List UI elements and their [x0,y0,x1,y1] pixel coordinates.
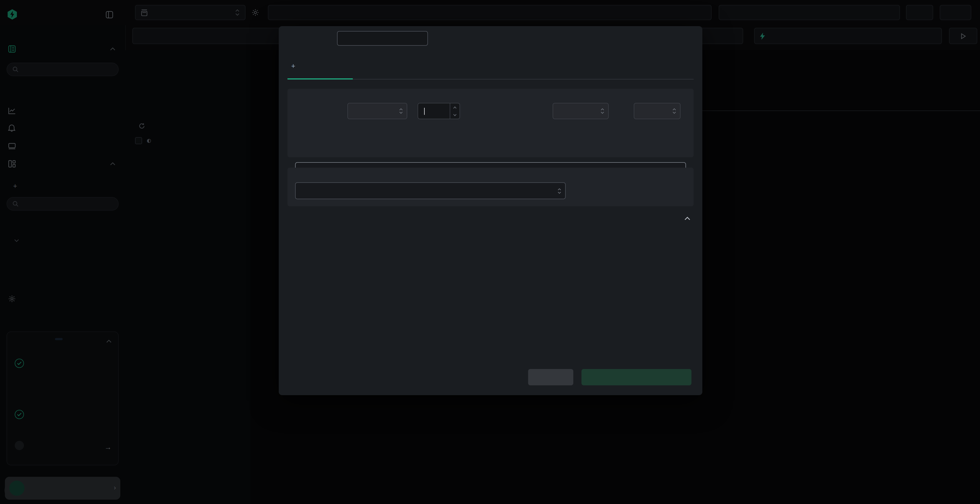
threshold-value-input[interactable] [418,103,460,119]
chevron-up-icon[interactable] [453,106,457,108]
collapse-chevron-icon[interactable] [684,216,690,221]
hyperdx-app: + [0,0,980,504]
webhook-select[interactable] [295,182,566,199]
trigger-panel [288,89,694,157]
save-search-with-alert-button[interactable] [581,369,692,385]
active-tab-indicator [288,78,353,79]
send-to-panel [288,168,694,206]
create-alert-modal: + [279,26,702,395]
chevron-updown-icon [399,108,403,114]
chevron-updown-icon [672,108,676,114]
cancel-button[interactable] [528,369,573,385]
tab-new-alert[interactable]: + [291,62,298,70]
chevron-updown-icon [557,188,561,194]
channel-select[interactable] [634,103,681,119]
condition-select[interactable] [347,103,407,119]
number-spinner[interactable] [450,103,460,119]
chevron-down-icon[interactable] [453,113,457,116]
plus-icon: + [291,62,295,70]
time-window-select[interactable] [553,103,609,119]
chevron-updown-icon [601,108,605,114]
text-caret [424,108,425,114]
saved-search-name-input[interactable] [337,31,428,46]
